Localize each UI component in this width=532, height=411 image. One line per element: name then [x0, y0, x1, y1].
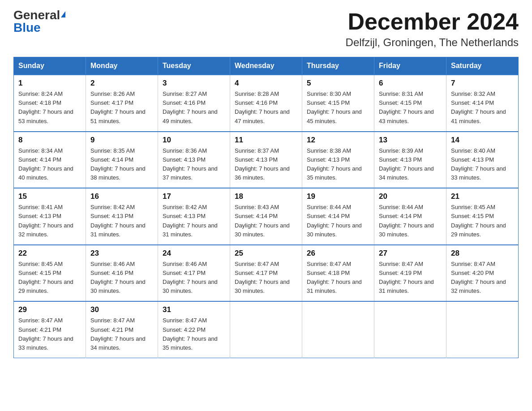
day-detail: Sunrise: 8:27 AMSunset: 4:16 PMDaylight:…	[163, 90, 218, 124]
table-row	[374, 301, 446, 358]
table-row: 28 Sunrise: 8:47 AMSunset: 4:20 PMDaylig…	[446, 245, 519, 302]
table-row: 18 Sunrise: 8:43 AMSunset: 4:14 PMDaylig…	[230, 188, 302, 245]
day-number: 7	[451, 79, 514, 88]
page-header: General Blue December 2024 Delfzijl, Gro…	[13, 9, 519, 49]
day-number: 18	[235, 192, 297, 201]
day-number: 21	[451, 192, 514, 201]
day-detail: Sunrise: 8:46 AMSunset: 4:16 PMDaylight:…	[90, 261, 146, 294]
day-detail: Sunrise: 8:47 AMSunset: 4:21 PMDaylight:…	[90, 317, 146, 351]
location-title: Delfzijl, Groningen, The Netherlands	[346, 36, 519, 49]
day-number: 15	[18, 192, 81, 201]
day-number: 11	[235, 136, 297, 145]
day-detail: Sunrise: 8:42 AMSunset: 4:13 PMDaylight:…	[90, 204, 146, 237]
day-number: 9	[90, 136, 153, 145]
day-detail: Sunrise: 8:44 AMSunset: 4:14 PMDaylight:…	[307, 204, 362, 237]
month-title: December 2024	[346, 9, 519, 34]
day-detail: Sunrise: 8:28 AMSunset: 4:16 PMDaylight:…	[235, 90, 290, 124]
day-detail: Sunrise: 8:26 AMSunset: 4:17 PMDaylight:…	[90, 90, 146, 124]
table-row: 17 Sunrise: 8:42 AMSunset: 4:13 PMDaylig…	[158, 188, 230, 245]
table-row: 20 Sunrise: 8:44 AMSunset: 4:14 PMDaylig…	[374, 188, 446, 245]
table-row: 12 Sunrise: 8:38 AMSunset: 4:13 PMDaylig…	[302, 132, 374, 188]
day-detail: Sunrise: 8:41 AMSunset: 4:13 PMDaylight:…	[18, 204, 73, 237]
logo-triangle-icon	[61, 11, 65, 17]
day-number: 17	[163, 192, 225, 201]
calendar-week-row: 8 Sunrise: 8:34 AMSunset: 4:14 PMDayligh…	[14, 132, 519, 188]
table-row: 22 Sunrise: 8:45 AMSunset: 4:15 PMDaylig…	[14, 245, 86, 302]
calendar-week-row: 1 Sunrise: 8:24 AMSunset: 4:18 PMDayligh…	[14, 75, 519, 132]
day-detail: Sunrise: 8:24 AMSunset: 4:18 PMDaylight:…	[18, 90, 73, 124]
day-detail: Sunrise: 8:47 AMSunset: 4:17 PMDaylight:…	[235, 261, 290, 294]
day-number: 29	[18, 305, 81, 314]
day-number: 10	[163, 136, 225, 145]
day-number: 24	[163, 249, 225, 258]
col-sunday: Sunday	[14, 57, 86, 75]
day-number: 4	[235, 79, 297, 88]
table-row: 1 Sunrise: 8:24 AMSunset: 4:18 PMDayligh…	[14, 75, 86, 132]
day-detail: Sunrise: 8:42 AMSunset: 4:13 PMDaylight:…	[163, 204, 218, 237]
table-row: 9 Sunrise: 8:35 AMSunset: 4:14 PMDayligh…	[86, 132, 158, 188]
logo-blue: Blue	[13, 21, 41, 34]
calendar-table: Sunday Monday Tuesday Wednesday Thursday…	[13, 57, 519, 358]
col-saturday: Saturday	[446, 57, 519, 75]
calendar-header-row: Sunday Monday Tuesday Wednesday Thursday…	[14, 57, 519, 75]
day-number: 2	[90, 79, 153, 88]
table-row: 8 Sunrise: 8:34 AMSunset: 4:14 PMDayligh…	[14, 132, 86, 188]
table-row	[446, 301, 519, 358]
table-row: 25 Sunrise: 8:47 AMSunset: 4:17 PMDaylig…	[230, 245, 302, 302]
logo-general: General	[13, 8, 60, 22]
logo: General Blue	[13, 9, 65, 34]
day-number: 20	[379, 192, 442, 201]
day-detail: Sunrise: 8:46 AMSunset: 4:17 PMDaylight:…	[163, 261, 218, 294]
day-detail: Sunrise: 8:45 AMSunset: 4:15 PMDaylight:…	[451, 204, 506, 237]
col-wednesday: Wednesday	[230, 57, 302, 75]
table-row: 23 Sunrise: 8:46 AMSunset: 4:16 PMDaylig…	[86, 245, 158, 302]
table-row: 11 Sunrise: 8:37 AMSunset: 4:13 PMDaylig…	[230, 132, 302, 188]
day-detail: Sunrise: 8:35 AMSunset: 4:14 PMDaylight:…	[90, 147, 146, 181]
table-row: 26 Sunrise: 8:47 AMSunset: 4:18 PMDaylig…	[302, 245, 374, 302]
logo-text: General Blue	[13, 9, 65, 34]
day-detail: Sunrise: 8:47 AMSunset: 4:22 PMDaylight:…	[163, 317, 218, 351]
day-detail: Sunrise: 8:47 AMSunset: 4:18 PMDaylight:…	[307, 261, 362, 294]
table-row: 2 Sunrise: 8:26 AMSunset: 4:17 PMDayligh…	[86, 75, 158, 132]
day-number: 30	[90, 305, 153, 314]
calendar-week-row: 15 Sunrise: 8:41 AMSunset: 4:13 PMDaylig…	[14, 188, 519, 245]
calendar-week-row: 22 Sunrise: 8:45 AMSunset: 4:15 PMDaylig…	[14, 245, 519, 302]
day-number: 16	[90, 192, 153, 201]
table-row: 5 Sunrise: 8:30 AMSunset: 4:15 PMDayligh…	[302, 75, 374, 132]
day-detail: Sunrise: 8:30 AMSunset: 4:15 PMDaylight:…	[307, 90, 362, 124]
day-detail: Sunrise: 8:37 AMSunset: 4:13 PMDaylight:…	[235, 147, 290, 181]
day-detail: Sunrise: 8:32 AMSunset: 4:14 PMDaylight:…	[451, 90, 506, 124]
col-monday: Monday	[86, 57, 158, 75]
day-number: 23	[90, 249, 153, 258]
table-row: 4 Sunrise: 8:28 AMSunset: 4:16 PMDayligh…	[230, 75, 302, 132]
day-detail: Sunrise: 8:40 AMSunset: 4:13 PMDaylight:…	[451, 147, 506, 181]
day-number: 31	[163, 305, 225, 314]
table-row: 3 Sunrise: 8:27 AMSunset: 4:16 PMDayligh…	[158, 75, 230, 132]
table-row	[230, 301, 302, 358]
day-detail: Sunrise: 8:45 AMSunset: 4:15 PMDaylight:…	[18, 261, 73, 294]
day-detail: Sunrise: 8:47 AMSunset: 4:21 PMDaylight:…	[18, 317, 73, 351]
day-detail: Sunrise: 8:38 AMSunset: 4:13 PMDaylight:…	[307, 147, 362, 181]
day-detail: Sunrise: 8:44 AMSunset: 4:14 PMDaylight:…	[379, 204, 434, 237]
table-row: 6 Sunrise: 8:31 AMSunset: 4:15 PMDayligh…	[374, 75, 446, 132]
table-row	[302, 301, 374, 358]
day-number: 5	[307, 79, 369, 88]
calendar-week-row: 29 Sunrise: 8:47 AMSunset: 4:21 PMDaylig…	[14, 301, 519, 358]
table-row: 21 Sunrise: 8:45 AMSunset: 4:15 PMDaylig…	[446, 188, 519, 245]
day-detail: Sunrise: 8:34 AMSunset: 4:14 PMDaylight:…	[18, 147, 73, 181]
day-number: 25	[235, 249, 297, 258]
table-row: 24 Sunrise: 8:46 AMSunset: 4:17 PMDaylig…	[158, 245, 230, 302]
day-detail: Sunrise: 8:47 AMSunset: 4:20 PMDaylight:…	[451, 261, 506, 294]
day-detail: Sunrise: 8:36 AMSunset: 4:13 PMDaylight:…	[163, 147, 218, 181]
day-detail: Sunrise: 8:31 AMSunset: 4:15 PMDaylight:…	[379, 90, 434, 124]
table-row: 27 Sunrise: 8:47 AMSunset: 4:19 PMDaylig…	[374, 245, 446, 302]
col-thursday: Thursday	[302, 57, 374, 75]
day-detail: Sunrise: 8:43 AMSunset: 4:14 PMDaylight:…	[235, 204, 290, 237]
table-row: 10 Sunrise: 8:36 AMSunset: 4:13 PMDaylig…	[158, 132, 230, 188]
day-number: 26	[307, 249, 369, 258]
col-friday: Friday	[374, 57, 446, 75]
day-number: 13	[379, 136, 442, 145]
table-row: 13 Sunrise: 8:39 AMSunset: 4:13 PMDaylig…	[374, 132, 446, 188]
day-number: 6	[379, 79, 442, 88]
day-number: 12	[307, 136, 369, 145]
